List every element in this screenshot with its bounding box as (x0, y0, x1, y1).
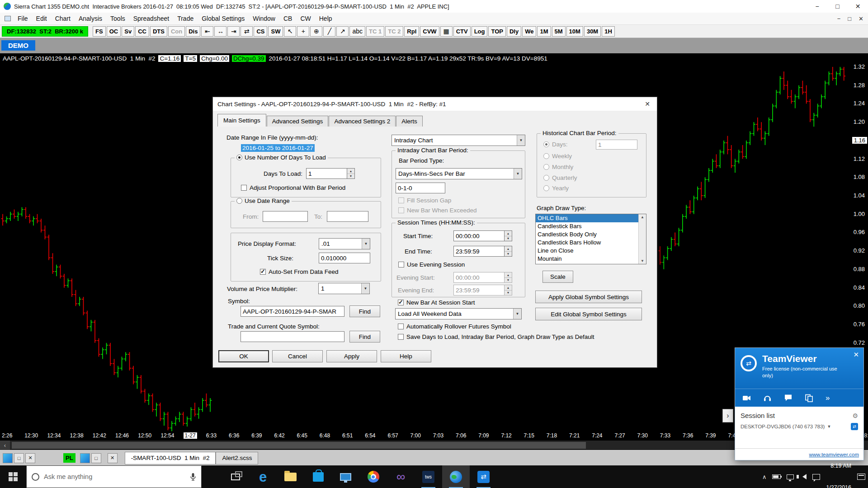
menu-trade[interactable]: Trade (173, 13, 198, 24)
toolbar-1m[interactable]: 1M (537, 26, 551, 37)
minimize-icon[interactable]: − (807, 0, 827, 13)
toolbar-cvw[interactable]: CVW (420, 26, 439, 37)
ok-button[interactable]: OK (218, 350, 269, 362)
use-evening-session-checkbox[interactable]: Use Evening Session (398, 261, 465, 268)
dialog-tab-advanced-settings[interactable]: Advanced Settings (267, 116, 329, 127)
chat-icon[interactable] (784, 394, 793, 402)
toolbar-1h[interactable]: 1H (602, 26, 615, 37)
end-time-input[interactable]: 23:59:59 ▲▼ (453, 246, 512, 257)
adjust-proportional-checkbox[interactable]: Adjust Proportional With Bar Period (241, 184, 345, 191)
use-date-range-radio[interactable]: Use Date Range (235, 197, 292, 204)
trade-symbol-input[interactable] (241, 331, 344, 342)
remote-connect-icon[interactable]: ⇄ (851, 423, 858, 430)
sierra-chart-button[interactable] (442, 465, 470, 488)
tab-chart-window[interactable]: -SMART-100-USD 1 Min #2 (125, 452, 216, 465)
help-button[interactable]: Help (381, 350, 431, 362)
menu-cw[interactable]: CW (296, 13, 315, 24)
symbol-find-button[interactable]: Find (349, 305, 380, 317)
radio-weekly[interactable]: Weekly (543, 153, 572, 160)
days-to-load-value[interactable]: 1 (306, 168, 347, 179)
chevron-down-icon[interactable]: ▼ (362, 239, 370, 249)
menu-window[interactable]: Window (249, 13, 279, 24)
toolbar-log[interactable]: Log (472, 26, 488, 37)
dialog-title-bar[interactable]: Chart Settings - AAPL-OPT-20160129-94-P-… (213, 97, 657, 111)
trade-dom-icon[interactable]: ▦ (440, 26, 453, 37)
menu-cb[interactable]: CB (279, 13, 296, 24)
teamviewer-button[interactable]: ⇄ (470, 465, 497, 488)
chevron-down-icon[interactable]: ▼ (361, 283, 369, 294)
menu-help[interactable]: Help (315, 13, 336, 24)
dialog-tab-advanced-settings-2[interactable]: Advanced Settings 2 (329, 116, 396, 127)
tray-expand-icon[interactable]: ∧ (762, 474, 767, 480)
toolbar-we[interactable]: We (522, 26, 536, 37)
edit-global-symbol-settings-button[interactable]: Edit Global Symbol Settings (535, 308, 642, 320)
close-icon[interactable]: ✕ (848, 0, 868, 13)
toolbar-sv[interactable]: Sv (122, 26, 134, 37)
start-time-input[interactable]: 00:00:00 ▲▼ (453, 230, 512, 241)
spin-down-icon[interactable]: ▼ (505, 236, 512, 241)
file-transfer-icon[interactable] (805, 394, 813, 402)
spin-down-icon[interactable]: ▼ (347, 174, 354, 179)
mdi-close-icon[interactable]: ✕ (859, 15, 863, 22)
fill-session-gap-checkbox[interactable]: Fill Session Gap (398, 197, 451, 204)
spinner-buttons[interactable]: ▲▼ (504, 246, 512, 257)
dialog-tab-alerts[interactable]: Alerts (396, 116, 423, 127)
scroll-down-icon[interactable]: ▼ (641, 259, 644, 263)
new-bar-exceeded-checkbox[interactable]: New Bar When Exceeded (398, 207, 477, 214)
toolbar-con[interactable]: Con (168, 26, 185, 37)
message-icon[interactable] (812, 474, 820, 480)
bar-spacing-increase-icon[interactable]: ↔ (214, 26, 226, 37)
cancel-button[interactable]: Cancel (272, 350, 323, 362)
volume-multiplier-select[interactable]: 1 ▼ (318, 283, 370, 294)
chrome-button[interactable] (359, 465, 387, 488)
restore-icon[interactable]: □ (14, 453, 24, 463)
graph-draw-type-option[interactable]: Line on Close (536, 247, 638, 255)
chevron-down-icon[interactable]: ▼ (517, 135, 525, 145)
close-icon[interactable]: ✕ (853, 351, 859, 359)
evening-end-input[interactable]: 23:59:59 ▲▼ (453, 285, 512, 296)
chevron-down-icon[interactable]: ▼ (514, 169, 522, 179)
graph-draw-type-option[interactable]: Candlestick Bars Hollow (536, 239, 638, 247)
scroll-up-icon[interactable]: ▲ (641, 215, 644, 219)
panel-collapse-chevron[interactable]: › (722, 409, 733, 422)
session-computer-row[interactable]: DESKTOP-DVGJBD6 (740 673 783) ▼ ⇄ (735, 422, 863, 431)
autoset-datafeed-checkbox[interactable]: Auto-Set From Data Feed (260, 268, 339, 275)
mdi-minimize-icon[interactable]: − (837, 15, 841, 22)
network-icon[interactable] (787, 474, 794, 479)
apply-button[interactable]: Apply (326, 350, 377, 362)
tick-size-input[interactable]: 0.010000 (319, 253, 370, 263)
graph-draw-type-option[interactable]: Candlestick Body Only (536, 230, 638, 239)
spin-up-icon[interactable]: ▲ (347, 169, 354, 174)
menu-analysis[interactable]: Analysis (75, 13, 106, 24)
chart-values-tool-icon[interactable]: ⊕ (310, 26, 322, 37)
close-icon[interactable]: ✕ (25, 453, 35, 463)
chart-type-select[interactable]: Intraday Chart ▼ (392, 135, 525, 146)
volume-icon[interactable] (802, 474, 807, 479)
more-icon[interactable]: » (826, 394, 830, 402)
file-explorer-button[interactable] (277, 465, 304, 488)
new-bar-session-start-checkbox[interactable]: New Bar At Session Start (398, 299, 475, 306)
gear-icon[interactable]: ⚙ (852, 412, 858, 419)
toolbar-oc[interactable]: OC (107, 26, 121, 37)
maximize-icon[interactable]: □ (827, 0, 848, 13)
spin-up-icon[interactable]: ▲ (505, 231, 512, 236)
action-center-icon[interactable] (857, 474, 865, 480)
menu-global-settings[interactable]: Global Settings (198, 13, 249, 24)
radio-yearly[interactable]: Yearly (543, 185, 569, 192)
bar-spacing-decrease-icon[interactable]: ⇤ (201, 26, 213, 37)
symbol-input[interactable]: AAPL-OPT-20160129-94-P-SMAR (241, 306, 344, 317)
evening-start-input[interactable]: 00:00:00 ▲▼ (453, 272, 512, 283)
rollover-futures-checkbox[interactable]: Automatically Rollover Futures Symbol (398, 323, 511, 330)
monitor-app-button[interactable] (332, 465, 359, 488)
toolbar-fs[interactable]: FS (93, 26, 106, 37)
start-button[interactable] (0, 465, 26, 488)
toolbar-rpl[interactable]: Rpl (404, 26, 419, 37)
battery-icon[interactable] (772, 474, 781, 479)
scrollbar-thumb[interactable] (12, 442, 586, 449)
task-view-button[interactable] (222, 465, 249, 488)
toolbar-tc-1[interactable]: TC 1 (366, 26, 384, 37)
listbox-scrollbar[interactable]: ▲ ▼ (638, 214, 646, 264)
scale-button[interactable]: Scale (542, 271, 573, 283)
graph-draw-type-option[interactable]: OHLC Bars (536, 214, 638, 222)
toolbar-tc-2[interactable]: TC 2 (385, 26, 403, 37)
